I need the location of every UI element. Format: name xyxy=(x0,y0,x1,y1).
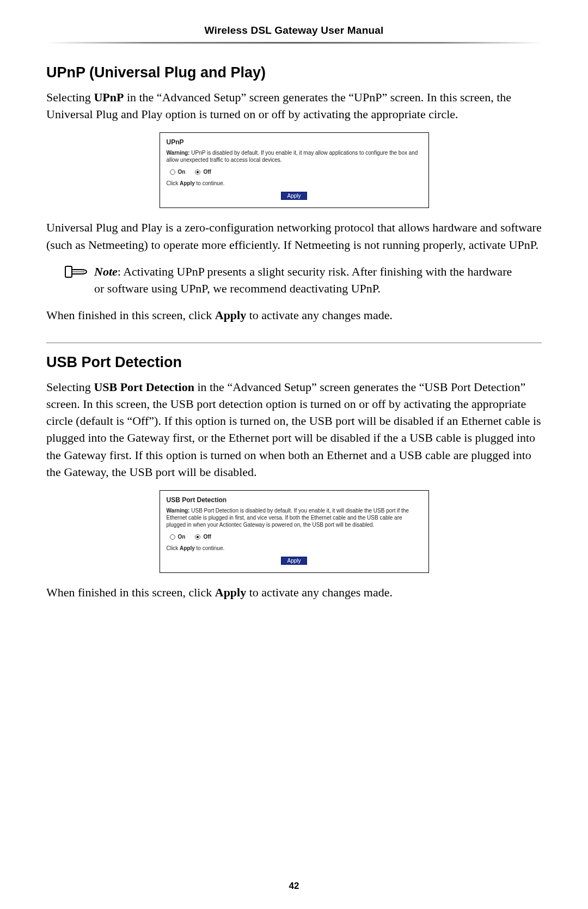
radio-off-label: Off xyxy=(203,169,211,175)
upnp-radio-on[interactable]: On xyxy=(170,169,186,175)
radio-on-label: On xyxy=(178,534,186,540)
usb-radio-on[interactable]: On xyxy=(170,534,186,540)
usb-apply-button[interactable]: Apply xyxy=(281,557,307,565)
upnp-radio-group: On Off xyxy=(170,169,422,175)
page-container: Wireless DSL Gateway User Manual UPnP (U… xyxy=(0,0,588,601)
header-divider xyxy=(46,42,542,44)
instr-prefix: Click xyxy=(167,180,180,186)
radio-icon xyxy=(195,534,200,540)
apply-wrap: Apply xyxy=(167,192,422,200)
upnp-description: Universal Plug and Play is a zero-config… xyxy=(46,219,542,253)
usb-ss-title: USB Port Detection xyxy=(167,496,422,504)
upnp-screenshot: UPnP Warning: UPnP is disabled by defaul… xyxy=(160,132,429,208)
usb-ss-warning: Warning: USB Port Detection is disabled … xyxy=(167,507,422,528)
usb-screenshot: USB Port Detection Warning: USB Port Det… xyxy=(160,490,429,573)
instr-prefix: Click xyxy=(167,545,180,551)
apply-wrap: Apply xyxy=(167,557,422,565)
upnp-intro: Selecting UPnP in the “Advanced Setup” s… xyxy=(46,89,542,123)
usb-radio-off[interactable]: Off xyxy=(195,534,211,540)
radio-icon xyxy=(170,534,175,540)
usb-radio-group: On Off xyxy=(170,534,422,540)
usb-section: USB Port Detection Selecting USB Port De… xyxy=(46,354,542,601)
upnp-section: UPnP (Universal Plug and Play) Selecting… xyxy=(46,64,542,324)
upnp-ss-instruction: Click Apply to continue. xyxy=(167,180,422,186)
page-number: 42 xyxy=(0,881,588,892)
warning-text: USB Port Detection is disabled by defaul… xyxy=(167,508,409,528)
upnp-radio-off[interactable]: Off xyxy=(195,169,211,175)
usb-ss-instruction: Click Apply to continue. xyxy=(167,545,422,551)
upnp-screenshot-container: UPnP Warning: UPnP is disabled by defaul… xyxy=(46,132,542,208)
radio-on-label: On xyxy=(178,169,186,175)
usb-screenshot-container: USB Port Detection Warning: USB Port Det… xyxy=(46,490,542,573)
instr-suffix: to continue. xyxy=(195,545,224,551)
warning-label: Warning: xyxy=(167,150,190,156)
note-text: Note: Activating UPnP presents a slight … xyxy=(94,263,520,297)
radio-off-label: Off xyxy=(203,534,211,540)
usb-closing: When finished in this screen, click Appl… xyxy=(46,584,542,601)
note-label: Note xyxy=(94,265,118,278)
svg-rect-0 xyxy=(65,266,72,277)
upnp-heading: UPnP (Universal Plug and Play) xyxy=(46,64,542,81)
upnp-ss-warning: Warning: UPnP is disabled by default. If… xyxy=(167,149,422,163)
document-header: Wireless DSL Gateway User Manual xyxy=(46,25,542,36)
usb-intro: Selecting USB Port Detection in the “Adv… xyxy=(46,379,542,480)
radio-icon xyxy=(170,169,175,175)
instr-bold: Apply xyxy=(180,180,195,186)
section-divider xyxy=(46,343,542,343)
usb-heading: USB Port Detection xyxy=(46,354,542,371)
pointing-hand-icon xyxy=(65,264,88,297)
instr-suffix: to continue. xyxy=(195,180,224,186)
upnp-ss-title: UPnP xyxy=(167,138,422,146)
upnp-closing: When finished in this screen, click Appl… xyxy=(46,307,542,324)
warning-text: UPnP is disabled by default. If you enab… xyxy=(167,150,418,163)
radio-icon xyxy=(195,169,200,175)
note-body: : Activating UPnP presents a slight secu… xyxy=(94,265,512,295)
upnp-note: Note: Activating UPnP presents a slight … xyxy=(65,263,542,297)
warning-label: Warning: xyxy=(167,508,190,514)
instr-bold: Apply xyxy=(180,545,195,551)
upnp-apply-button[interactable]: Apply xyxy=(281,192,307,200)
